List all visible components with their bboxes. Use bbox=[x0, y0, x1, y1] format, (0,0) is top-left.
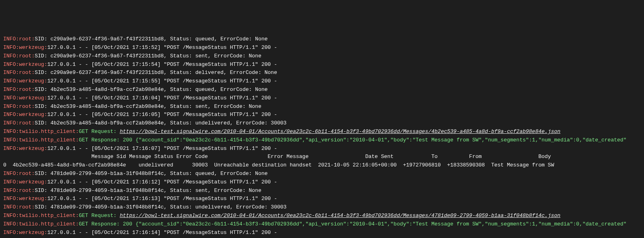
log-segment: INFO:werkzeug: bbox=[3, 44, 47, 51]
log-segment: 127.0.0.1 - - [05/Oct/2021 17:15:54] "PO… bbox=[47, 61, 277, 67]
log-line: INFO:twilio.http_client:GET Request: htt… bbox=[3, 128, 641, 136]
log-line: INFO:werkzeug:127.0.0.1 - - [05/Oct/2021… bbox=[3, 229, 641, 237]
log-segment: 127.0.0.1 - - [05/Oct/2021 17:16:05] "PO… bbox=[47, 112, 277, 118]
log-line: INFO:twilio.http_client:GET Response: 20… bbox=[3, 136, 641, 145]
log-line: INFO:root:SID: c290a9e9-6237-4f36-9a67-f… bbox=[3, 69, 641, 77]
log-segment: GET Request: bbox=[79, 128, 119, 135]
log-segment: INFO:twilio.http_client: bbox=[3, 128, 79, 135]
log-segment: INFO:werkzeug: bbox=[3, 196, 47, 202]
log-segment: INFO:werkzeug: bbox=[3, 145, 47, 152]
log-segment: INFO:twilio.http_client: bbox=[3, 137, 79, 143]
log-segment: 0 4b2ec539-a485-4a8d-bf9a-ccf2ab98e84e u… bbox=[3, 162, 554, 168]
log-line: INFO:root:SID: 4781de09-2799-4059-b1aa-3… bbox=[3, 170, 641, 178]
log-segment: 127.0.0.1 - - [05/Oct/2021 17:16:07] "PO… bbox=[47, 145, 277, 152]
log-segment: INFO:root: bbox=[3, 70, 35, 76]
log-segment: INFO:root: bbox=[3, 204, 35, 210]
log-line: INFO:werkzeug:127.0.0.1 - - [05/Oct/2021… bbox=[3, 195, 641, 203]
log-line: INFO:root:SID: 4b2ec539-a485-4a8d-bf9a-c… bbox=[3, 103, 641, 111]
log-line: INFO:werkzeug:127.0.0.1 - - [05/Oct/2021… bbox=[3, 77, 641, 86]
log-segment: INFO:twilio.http_client: bbox=[3, 221, 79, 227]
log-segment: INFO:werkzeug: bbox=[3, 61, 47, 67]
log-line: 0 4b2ec539-a485-4a8d-bf9a-ccf2ab98e84e u… bbox=[3, 161, 641, 170]
request-url-link[interactable]: https://bowl-test.signalwire.com/2010-04… bbox=[120, 213, 560, 219]
log-segment: INFO:werkzeug: bbox=[3, 179, 47, 185]
log-segment: INFO:root: bbox=[3, 187, 35, 194]
log-line: INFO:werkzeug:127.0.0.1 - - [05/Oct/2021… bbox=[3, 111, 641, 119]
log-line: INFO:root:SID: c290a9e9-6237-4f36-9a67-f… bbox=[3, 35, 641, 44]
terminal-output[interactable]: INFO:root:SID: c290a9e9-6237-4f36-9a67-f… bbox=[3, 35, 641, 238]
log-segment: INFO:werkzeug: bbox=[3, 230, 47, 236]
log-segment: SID: c290a9e9-6237-4f36-9a67-f43f22311bd… bbox=[35, 53, 261, 59]
log-segment: INFO:root: bbox=[3, 53, 35, 59]
log-line: INFO:root:SID: c290a9e9-6237-4f36-9a67-f… bbox=[3, 52, 641, 61]
log-segment: INFO:twilio.http_client: bbox=[3, 213, 79, 219]
log-line: Message Sid Message Status Error Code Er… bbox=[3, 153, 641, 161]
log-segment: 127.0.0.1 - - [05/Oct/2021 17:16:14] "PO… bbox=[47, 230, 277, 236]
log-segment: INFO:root: bbox=[3, 120, 35, 126]
log-line: INFO:werkzeug:127.0.0.1 - - [05/Oct/2021… bbox=[3, 44, 641, 52]
log-segment: INFO:werkzeug: bbox=[3, 112, 47, 118]
log-segment: Message Sid Message Status Error Code Er… bbox=[3, 154, 551, 160]
log-segment: SID: 4781de09-2799-4059-b1aa-31f048b8f14… bbox=[35, 204, 286, 210]
log-line: INFO:werkzeug:127.0.0.1 - - [05/Oct/2021… bbox=[3, 178, 641, 187]
log-segment: INFO:root: bbox=[3, 103, 35, 110]
log-line: INFO:root:SID: 4781de09-2799-4059-b1aa-3… bbox=[3, 187, 641, 195]
log-line: INFO:root:SID: 4b2ec539-a485-4a8d-bf9a-c… bbox=[3, 86, 641, 94]
log-segment: SID: c290a9e9-6237-4f36-9a67-f43f22311bd… bbox=[35, 70, 277, 76]
log-segment: INFO:root: bbox=[3, 86, 35, 93]
log-segment: INFO:root: bbox=[3, 171, 35, 177]
log-segment: 127.0.0.1 - - [05/Oct/2021 17:15:52] "PO… bbox=[47, 44, 277, 51]
log-line: INFO:werkzeug:127.0.0.1 - - [05/Oct/2021… bbox=[3, 145, 641, 153]
log-line: INFO:root:SID: 4781de09-2799-4059-b1aa-3… bbox=[3, 203, 641, 212]
log-segment: 127.0.0.1 - - [05/Oct/2021 17:15:55] "PO… bbox=[47, 78, 277, 84]
log-segment: SID: 4b2ec539-a485-4a8d-bf9a-ccf2ab98e84… bbox=[35, 103, 261, 110]
log-segment: SID: 4781de09-2799-4059-b1aa-31f048b8f14… bbox=[35, 171, 268, 177]
log-segment: SID: c290a9e9-6237-4f36-9a67-f43f22311bd… bbox=[35, 36, 268, 42]
log-line: INFO:twilio.http_client:GET Request: htt… bbox=[3, 212, 641, 220]
log-line: INFO:twilio.http_client:GET Response: 20… bbox=[3, 220, 641, 229]
log-segment: INFO:werkzeug: bbox=[3, 95, 47, 101]
log-segment: INFO:werkzeug: bbox=[3, 78, 47, 84]
request-url-link[interactable]: https://bowl-test.signalwire.com/2010-04… bbox=[120, 128, 560, 135]
log-segment: 127.0.0.1 - - [05/Oct/2021 17:16:12] "PO… bbox=[47, 179, 277, 185]
log-segment: SID: 4b2ec539-a485-4a8d-bf9a-ccf2ab98e84… bbox=[35, 120, 286, 126]
log-segment: SID: 4b2ec539-a485-4a8d-bf9a-ccf2ab98e84… bbox=[35, 86, 268, 93]
log-segment: INFO:root: bbox=[3, 36, 35, 42]
log-line: INFO:werkzeug:127.0.0.1 - - [05/Oct/2021… bbox=[3, 61, 641, 69]
log-segment: 127.0.0.1 - - [05/Oct/2021 17:16:13] "PO… bbox=[47, 196, 277, 202]
log-segment: GET Request: bbox=[79, 213, 119, 219]
log-segment: GET Response: 200 {"account_sid":"0ea23c… bbox=[79, 221, 626, 227]
log-segment: GET Response: 200 {"account_sid":"0ea23c… bbox=[79, 137, 626, 143]
log-line: INFO:werkzeug:127.0.0.1 - - [05/Oct/2021… bbox=[3, 94, 641, 103]
log-segment: 127.0.0.1 - - [05/Oct/2021 17:16:04] "PO… bbox=[47, 95, 277, 101]
log-segment: SID: 4781de09-2799-4059-b1aa-31f048b8f14… bbox=[35, 187, 261, 194]
log-line: INFO:root:SID: 4b2ec539-a485-4a8d-bf9a-c… bbox=[3, 119, 641, 128]
